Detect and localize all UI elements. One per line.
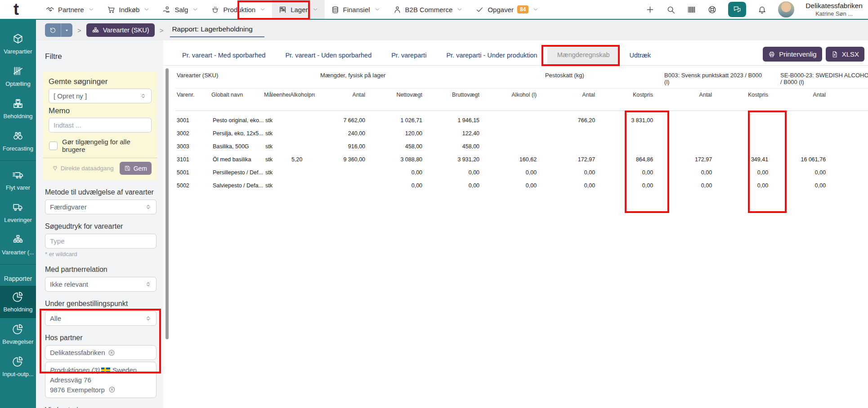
at-partner-chip[interactable]: Delikatessfabriken	[45, 345, 157, 360]
cell: Persillepesto / Def...	[211, 166, 264, 179]
sidebar-divider	[0, 264, 36, 265]
method-select[interactable]: Færdigvarer	[45, 200, 157, 214]
sidebar-item-leveringer[interactable]: Leveringer	[0, 196, 36, 229]
search-icon[interactable]	[666, 5, 676, 14]
chat-button[interactable]	[728, 2, 746, 17]
memo-input[interactable]	[49, 118, 152, 133]
cell: 3 931,20	[422, 153, 479, 166]
user-block[interactable]: Delikatessfabriken Katrine Søn ...	[805, 1, 863, 18]
at-partner-selected[interactable]: Produktionen (3)Sweden Adressväg 76 9876…	[45, 362, 157, 398]
nav-label: Finansiel	[343, 6, 370, 13]
production-icon	[211, 5, 219, 14]
cell: 864,86	[595, 153, 653, 166]
bell-icon[interactable]	[757, 5, 767, 14]
reorder-point-select[interactable]: Alle	[45, 311, 157, 326]
cell	[653, 114, 712, 127]
tab-pr-vareart-med-sporbarhed[interactable]: Pr. vareart - Med sporbarhed	[172, 45, 275, 66]
updown-icon	[140, 93, 147, 99]
table-row[interactable]: 5002Salviepesto / Defa...stk0,000,000,00…	[175, 179, 868, 192]
saved-searches-select[interactable]: [ Opret ny ]	[49, 89, 152, 103]
tab-pr-vareparti[interactable]: Pr. vareparti	[381, 45, 436, 66]
share-checkbox[interactable]	[49, 142, 58, 150]
topbar: t PartnereIndkøbSalgProduktionLagerFinan…	[0, 0, 868, 20]
cell: Öl med basilika	[211, 153, 264, 166]
table-row[interactable]: 3101Öl med basilikastk5,209 360,003 088,…	[175, 153, 868, 166]
help-icon[interactable]	[707, 5, 717, 14]
app-logo[interactable]: t	[0, 0, 32, 18]
sidebar-item-forecasting[interactable]: Forecasting	[0, 125, 36, 157]
updown-icon	[145, 204, 152, 210]
tab-udtræk[interactable]: Udtræk	[620, 45, 661, 66]
chevron-down-icon	[374, 6, 380, 13]
pie-icon	[12, 323, 24, 335]
filters-title: Filtre	[45, 52, 157, 61]
tab-pr-vareparti-under-produktion[interactable]: Pr. vareparti - Under produktion	[436, 45, 547, 66]
nav-item-lager[interactable]: Lager	[272, 0, 324, 19]
pie-icon	[12, 355, 24, 367]
page-title[interactable]: Rapport: Lagerbeholdning	[170, 23, 264, 37]
avatar[interactable]	[778, 1, 794, 18]
cell: 9 360,00	[315, 153, 365, 166]
column-header: Globalt navn	[211, 88, 264, 111]
sidebar-item-varearter[interactable]: Varearter (...	[0, 229, 36, 261]
sidebar-item-optælling[interactable]: Optælling	[0, 60, 36, 93]
save-button-label: Gem	[134, 165, 147, 172]
barcode-icon[interactable]	[687, 5, 696, 14]
nav-item-produktion[interactable]: Produktion	[205, 0, 272, 19]
cell	[768, 140, 826, 153]
cell: Pesto original, eko...	[211, 114, 264, 127]
column-header: Nettovægt	[365, 88, 422, 111]
direct-access[interactable]: Direkte dataadgang	[52, 165, 114, 172]
partner-relation-label: Med partnerrelation	[45, 265, 157, 274]
plus-icon[interactable]	[645, 5, 655, 14]
nav-item-b2b-commerce[interactable]: B2B Commerce	[387, 0, 470, 19]
caret-down-icon[interactable]	[61, 27, 72, 33]
table-row[interactable]: 3002Persilja, eko, 12x5...stk240,00120,0…	[175, 127, 868, 140]
cell: 458,00	[365, 140, 422, 153]
sidebar-item-input-outp[interactable]: Input-outp...	[0, 350, 36, 383]
sidebar-item-label: Input-outp...	[2, 371, 33, 377]
xlsx-button[interactable]: XLSX	[826, 47, 864, 62]
sidebar-item-beholdning[interactable]: Beholdning	[0, 93, 36, 125]
column-header: Antal	[653, 88, 712, 111]
table-row[interactable]: 5001Persillepesto / Def...stk0,000,000,0…	[175, 166, 868, 179]
cell	[537, 140, 595, 153]
sidebar-item-varepartier[interactable]: Varepartier	[0, 28, 36, 60]
group-header: Pestoskatt (kg)	[537, 67, 653, 88]
tab-pr-vareart-uden-sporbarhed[interactable]: Pr. vareart - Uden sporbarhed	[275, 45, 381, 66]
finance-icon	[331, 5, 340, 14]
cell	[826, 114, 868, 127]
column-header: Måleenhed	[264, 88, 290, 111]
card-footer: Direkte dataadgang Gem	[49, 162, 152, 177]
nav-item-salg[interactable]: Salg	[156, 0, 205, 19]
partner-relation-select[interactable]: Ikke relevant	[45, 277, 157, 292]
save-button[interactable]: Gem	[120, 162, 152, 175]
nav-item-finansiel[interactable]: Finansiel	[325, 0, 387, 19]
cell: 0,00	[595, 166, 653, 179]
history-icon	[45, 23, 61, 37]
table-row[interactable]: 3001Pesto original, eko...stk7 662,001 0…	[175, 114, 868, 127]
table-row[interactable]: 3003Basilika, 500Gstk916,00458,00458,00	[175, 140, 868, 153]
printervenlig-button[interactable]: Printervenlig	[763, 47, 822, 62]
cell	[315, 166, 365, 179]
tab-mængderegnskab[interactable]: Mængderegnskab	[547, 45, 620, 66]
sidebar-item-bevægelser[interactable]: Bevægelser	[0, 318, 36, 350]
sidebar-item-label: Varearter (...	[2, 249, 34, 256]
remove-icon[interactable]	[108, 386, 116, 393]
breadcrumb-sku-button[interactable]: Varearter (SKU)	[86, 23, 155, 37]
history-button[interactable]	[45, 23, 72, 37]
breadcrumb-separator: >	[77, 27, 81, 34]
search-expression-input[interactable]	[45, 234, 157, 248]
remove-icon[interactable]	[108, 349, 115, 356]
vertical-scrollbar[interactable]	[166, 68, 169, 339]
nav-item-indkøb[interactable]: Indkøb	[101, 0, 157, 19]
chevron-down-icon	[456, 6, 463, 13]
nav-item-opgaver[interactable]: Opgaver84	[469, 0, 545, 19]
sidebar-item-flyt-varer[interactable]: Flyt varer	[0, 164, 36, 196]
handshake-icon	[46, 5, 54, 14]
cell: 0,00	[422, 166, 479, 179]
cell: stk	[264, 127, 290, 140]
sidebar-item-beholdning[interactable]: Beholdning	[0, 286, 36, 318]
nav-item-partnere[interactable]: Partnere	[40, 0, 101, 19]
cell: 0,00	[653, 166, 712, 179]
